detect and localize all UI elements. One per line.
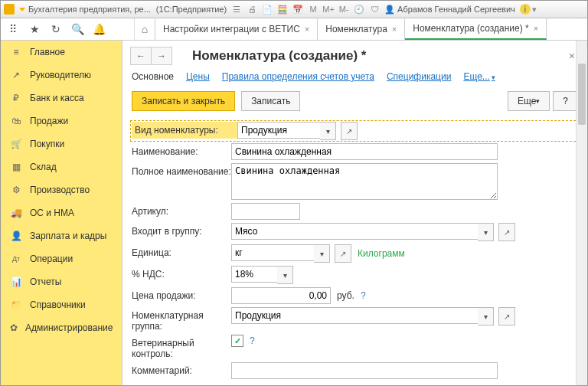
info-dd-icon[interactable]: ▾ (532, 5, 537, 15)
open-icon[interactable]: ↗ (335, 244, 351, 263)
open-icon[interactable]: ↗ (341, 122, 358, 140)
dropdown-icon[interactable]: ▾ (478, 307, 494, 325)
dropdown-icon[interactable]: ▾ (320, 122, 336, 140)
sidebar-item-production[interactable]: ⚙Производство (1, 178, 122, 201)
close-icon[interactable]: × (534, 24, 538, 33)
subtab-more[interactable]: Еще... (463, 71, 495, 82)
tab-nomenclature[interactable]: Номенклатура× (318, 19, 405, 40)
doc-icon[interactable]: 📄 (262, 4, 273, 15)
sidebar-item-operations[interactable]: ДтОперации (1, 247, 122, 270)
grid-icon: ▦ (10, 161, 22, 173)
help-icon[interactable]: ? (361, 290, 366, 301)
type-label: Вид номенклатуры: (132, 122, 237, 139)
calc-icon[interactable]: 🧮 (277, 4, 288, 15)
bars-icon: 📊 (10, 276, 22, 288)
sidebar-item-sales[interactable]: 🛍Продажи (1, 110, 122, 132)
vet-label: Ветеринарный контроль: (132, 335, 231, 359)
scrollbar[interactable] (576, 41, 587, 385)
cal-icon[interactable]: 📅 (292, 4, 303, 15)
sidebar-item-reports[interactable]: 📊Отчеты (1, 270, 122, 293)
close-icon[interactable]: × (305, 25, 309, 34)
sku-label: Артикул: (132, 203, 231, 217)
group-input[interactable] (231, 223, 478, 240)
unit-hint: Килограмм (358, 248, 405, 259)
home-tab[interactable]: ⌂ (135, 19, 155, 40)
star-icon[interactable]: ★ (28, 23, 41, 35)
type-input[interactable] (237, 122, 320, 139)
comment-label: Комментарий: (132, 362, 231, 376)
nomgroup-input[interactable] (231, 307, 478, 324)
mminus-icon[interactable]: M- (338, 4, 349, 15)
sidebar-item-bank[interactable]: ₽Банк и касса (1, 87, 122, 110)
sidebar-item-warehouse[interactable]: ▦Склад (1, 155, 122, 178)
subtab-main[interactable]: Основное (132, 71, 174, 82)
sidebar-item-admin[interactable]: ✿Администрирование (1, 316, 122, 339)
user-indicator[interactable]: 👤 Абрамов Геннадий Сергеевич (384, 5, 515, 15)
open-icon[interactable]: ↗ (498, 223, 515, 241)
scroll-thumb[interactable] (578, 64, 586, 125)
close-icon[interactable]: × (392, 25, 397, 34)
vat-input[interactable] (231, 266, 277, 283)
dropdown-icon[interactable]: ▾ (277, 266, 293, 284)
subtab-accounts[interactable]: Правила определения счетов учета (222, 71, 374, 82)
title-bar: Бухгалтерия предприятия, ре... (1С:Предп… (1, 1, 587, 18)
price-input[interactable] (231, 287, 331, 304)
fullname-input[interactable]: Свинина охлажденная (231, 163, 498, 200)
dropdown-icon[interactable]: ▾ (314, 244, 330, 263)
vat-label: % НДС: (132, 266, 231, 280)
back-button[interactable]: ← (130, 47, 152, 65)
sidebar-item-purchases[interactable]: 🛒Покупки (1, 132, 122, 155)
vet-checkbox[interactable]: ✓ (231, 335, 243, 347)
nav-icon[interactable]: ☰ (231, 4, 242, 15)
sidebar-item-main[interactable]: ≡Главное (1, 41, 122, 64)
person-icon: 👤 (10, 230, 22, 242)
unit-input[interactable] (231, 244, 314, 261)
more-button[interactable]: Еще ▾ (508, 91, 550, 111)
forward-button[interactable]: → (152, 47, 172, 65)
settings-icon: ✿ (10, 322, 18, 334)
dropdown-icon[interactable]: ▾ (478, 223, 494, 241)
time-icon[interactable]: 🕘 (354, 4, 364, 15)
help-icon[interactable]: ? (250, 335, 255, 346)
user-icon: 👤 (384, 5, 395, 15)
sidebar-item-salary[interactable]: 👤Зарплата и кадры (1, 224, 122, 247)
window-suffix: (1С:Предприятие) (156, 5, 227, 14)
cart-icon: 🛒 (10, 138, 22, 150)
tab-vetis[interactable]: Настройки интеграции с ВЕТИС× (155, 19, 318, 40)
bell-icon[interactable]: 🔔 (93, 23, 105, 35)
nomgroup-label: Номенклатурная группа: (132, 307, 231, 332)
tab-nomenclature-create[interactable]: Номенклатура (создание) *× (405, 18, 547, 40)
page-title: Номенклатура (создание) * (192, 48, 366, 64)
history-icon[interactable]: ↻ (50, 23, 62, 35)
print-icon[interactable]: 🖨 (247, 4, 257, 15)
sidebar-item-directories[interactable]: 📁Справочники (1, 293, 122, 316)
truck-icon: 🚚 (10, 207, 22, 219)
shield-icon[interactable]: 🛡 (369, 4, 380, 15)
name-input[interactable] (231, 143, 498, 160)
sidebar-item-assets[interactable]: 🚚ОС и НМА (1, 201, 122, 224)
apps-icon[interactable]: ⠿ (7, 23, 19, 35)
toolbar-icons: ☰ 🖨 📄 🧮 📅 M M+ M- 🕘 🛡 (231, 4, 380, 15)
sku-input[interactable] (231, 203, 300, 220)
save-button[interactable]: Записать (241, 91, 300, 111)
unit-label: Единица: (132, 244, 231, 258)
bag-icon: 🛍 (10, 115, 22, 127)
comment-input[interactable] (231, 362, 498, 379)
sidebar-item-manager[interactable]: ↗Руководителю (1, 64, 122, 87)
ruble-icon: ₽ (10, 92, 22, 104)
group-label: Входит в группу: (132, 223, 231, 237)
subtab-specs[interactable]: Спецификации (387, 71, 451, 82)
open-icon[interactable]: ↗ (498, 307, 515, 325)
price-suffix: руб. (337, 290, 354, 301)
mplus-icon[interactable]: M+ (323, 4, 334, 15)
search-icon[interactable]: 🔍 (71, 23, 83, 35)
save-close-button[interactable]: Записать и закрыть (132, 91, 235, 111)
info-icon[interactable]: i (520, 4, 531, 15)
help-button[interactable]: ? (553, 91, 578, 111)
subtabs: Основное Цены Правила определения счетов… (122, 68, 587, 88)
subtab-prices[interactable]: Цены (186, 71, 210, 82)
app-menu-icon[interactable] (19, 8, 25, 11)
m-icon[interactable]: M (308, 4, 318, 15)
app-icon (4, 4, 15, 15)
field-type-row: Вид номенклатуры: ▾ ↗ (132, 122, 578, 140)
